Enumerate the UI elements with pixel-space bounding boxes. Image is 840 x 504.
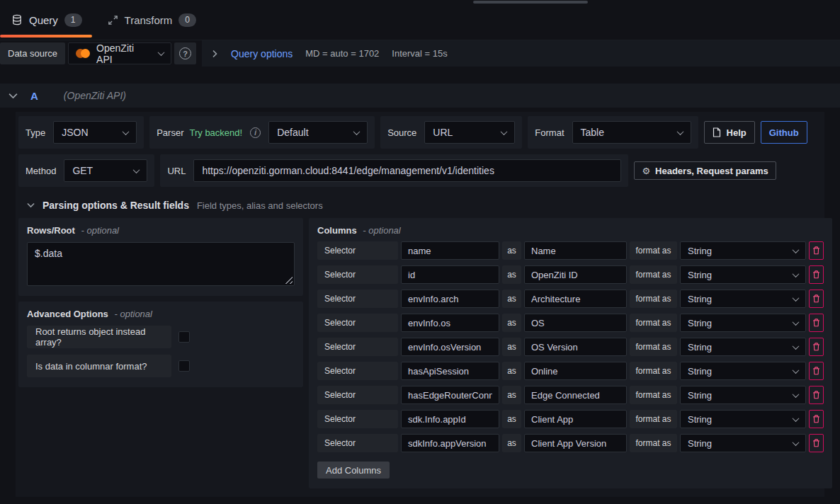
root-returns-object-label: Root returns object instead array? [27, 326, 171, 348]
as-label: as [502, 338, 521, 356]
selector-label: Selector [317, 338, 398, 356]
column-selector-input[interactable] [401, 386, 499, 404]
column-format-value: String [688, 366, 712, 377]
editor-top-buttons: Help Github [704, 121, 807, 144]
tab-transform[interactable]: Transform 0 [96, 0, 210, 40]
as-label: as [502, 314, 521, 332]
delete-column-button[interactable] [809, 410, 824, 428]
datasource-toolbar: Data source OpenZiti API ? Query options… [0, 40, 840, 67]
column-format-select[interactable]: String [680, 410, 806, 428]
type-select[interactable]: JSON [53, 121, 137, 144]
column-format-value: String [688, 246, 712, 256]
chevron-down-icon [158, 49, 165, 56]
column-format-select[interactable]: String [680, 362, 806, 380]
delete-column-button[interactable] [809, 386, 824, 404]
column-format-select[interactable]: String [680, 290, 806, 308]
tab-query[interactable]: Query 1 [0, 0, 96, 40]
column-format-select[interactable]: String [680, 434, 806, 452]
selector-label: Selector [317, 410, 398, 428]
columnar-format-checkbox[interactable] [178, 360, 190, 372]
selector-label: Selector [317, 386, 398, 404]
method-select[interactable]: GET [64, 159, 147, 182]
max-data-points-stat: MD = auto = 1702 [305, 48, 379, 59]
delete-column-button[interactable] [809, 338, 824, 356]
delete-column-button[interactable] [809, 241, 824, 260]
advanced-option-row: Root returns object instead array? [27, 326, 295, 348]
column-selector-input[interactable] [401, 290, 499, 308]
column-selector-input[interactable] [401, 265, 499, 284]
column-alias-input[interactable] [524, 386, 627, 404]
column-alias-input[interactable] [524, 338, 627, 356]
column-format-select[interactable]: String [680, 338, 806, 356]
column-alias-input[interactable] [524, 241, 627, 260]
headers-request-params-button[interactable]: ⚙ Headers, Request params [634, 161, 776, 180]
source-select[interactable]: URL [424, 121, 515, 144]
columns-optional: - optional [363, 225, 400, 236]
headers-button-label: Headers, Request params [655, 166, 768, 176]
rows-root-input[interactable]: $.data [27, 242, 295, 286]
root-returns-object-checkbox[interactable] [178, 331, 190, 343]
column-format-value: String [688, 390, 712, 401]
column-format-value: String [688, 342, 712, 353]
column-row: Selector as format as String [317, 314, 824, 332]
column-alias-input[interactable] [524, 362, 627, 380]
info-circle-icon[interactable]: i [250, 127, 261, 138]
parsing-section-header[interactable]: Parsing options & Result fields Field ty… [27, 200, 822, 211]
query-ref-id: A [30, 90, 38, 102]
column-selector-input[interactable] [401, 241, 499, 260]
column-alias-input[interactable] [524, 410, 627, 428]
column-format-value: String [688, 438, 712, 449]
datasource-help-button[interactable]: ? [174, 42, 196, 64]
column-alias-input[interactable] [524, 434, 627, 452]
chevron-down-icon [793, 415, 800, 422]
type-value: JSON [62, 127, 88, 138]
column-selector-input[interactable] [401, 410, 499, 428]
url-input[interactable] [193, 159, 621, 182]
column-selector-input[interactable] [401, 338, 499, 356]
chevron-down-icon [8, 93, 18, 99]
parser-select[interactable]: Default [268, 121, 368, 144]
delete-column-button[interactable] [809, 434, 824, 452]
gear-icon: ⚙ [642, 166, 650, 176]
delete-column-button[interactable] [809, 290, 824, 308]
transform-arrows-icon [108, 15, 118, 25]
column-format-select[interactable]: String [680, 241, 806, 260]
column-format-value: String [688, 414, 712, 425]
column-alias-input[interactable] [524, 290, 627, 308]
editor-row-request: Method GET URL ⚙ Headers, Request params [18, 154, 822, 187]
column-format-select[interactable]: String [680, 386, 806, 404]
column-format-select[interactable]: String [680, 314, 806, 332]
column-selector-input[interactable] [401, 434, 499, 452]
query-options-link[interactable]: Query options [231, 48, 293, 59]
query-options-bar[interactable]: Query options MD = auto = 1702 Interval … [202, 40, 840, 67]
column-selector-input[interactable] [401, 362, 499, 380]
format-as-label: format as [630, 362, 677, 380]
as-label: as [502, 410, 521, 428]
column-alias-input[interactable] [524, 265, 627, 284]
chevron-down-icon [793, 367, 800, 374]
pane-resize-handle[interactable] [473, 1, 588, 4]
query-datasource-hint: (OpenZiti API) [64, 90, 126, 101]
delete-column-button[interactable] [809, 362, 824, 380]
datasource-picker[interactable]: OpenZiti API [68, 42, 171, 64]
chevron-down-icon [27, 202, 35, 208]
format-value: Table [581, 127, 604, 138]
column-selector-input[interactable] [401, 314, 499, 332]
resize-corner-handle[interactable] [285, 277, 293, 284]
query-editor: Type JSON Parser Try backend! i Default … [16, 112, 824, 497]
column-format-select[interactable]: String [680, 265, 806, 284]
format-select[interactable]: Table [572, 121, 691, 144]
tab-transform-count: 0 [178, 13, 196, 27]
delete-column-button[interactable] [809, 314, 824, 332]
delete-column-button[interactable] [809, 265, 824, 284]
column-format-value: String [688, 318, 712, 328]
column-alias-input[interactable] [524, 314, 627, 332]
parser-value: Default [277, 127, 308, 138]
trash-icon [812, 367, 820, 375]
parsing-section-subtitle: Field types, alias and selectors [197, 200, 323, 211]
add-columns-button[interactable]: Add Columns [317, 462, 390, 479]
url-label: URL [167, 166, 186, 176]
query-row-header[interactable]: A (OpenZiti API) [0, 84, 840, 108]
github-button[interactable]: Github [761, 121, 807, 144]
help-button[interactable]: Help [704, 121, 755, 144]
